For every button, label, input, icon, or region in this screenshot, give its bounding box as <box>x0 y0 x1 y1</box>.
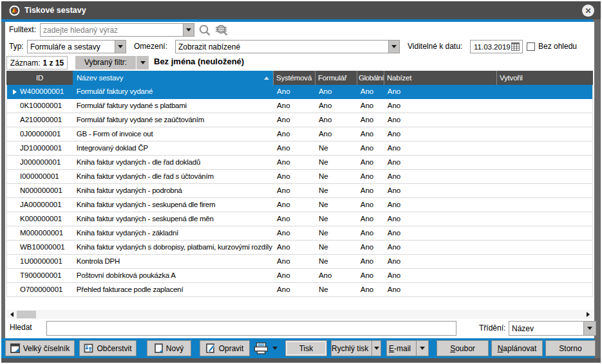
date-field[interactable]: 11.03.2019 <box>470 40 523 53</box>
trideni-combobox[interactable]: Název <box>509 321 596 336</box>
table-row[interactable]: 1U00000001Kontrola DPHAnoNeAnoAno <box>7 255 592 269</box>
hledat-input[interactable] <box>46 321 456 336</box>
vybrany-filtr-dropdown[interactable] <box>136 56 149 69</box>
table-row[interactable]: I000000001Kniha faktur vydaných - dle řa… <box>7 170 592 184</box>
cell-id: O700000001 <box>7 283 73 296</box>
edit-icon <box>206 343 216 353</box>
column-header-systemova[interactable]: Systémová <box>273 71 315 85</box>
omezeni-combobox[interactable]: Zobrazit nabízené <box>175 40 400 53</box>
horizontal-scrollbar[interactable] <box>6 310 593 319</box>
table-row[interactable]: A210000001Formulář faktury vydané se zaú… <box>7 113 592 127</box>
fulltext-dropdown-button[interactable] <box>183 24 194 36</box>
table-row[interactable]: K000000001Kniha faktur vydaných - seskup… <box>7 212 592 226</box>
column-header-globalni[interactable]: Globální <box>357 71 384 85</box>
cell-nazev: Formulář faktury vydané se zaúčtováním <box>73 113 273 127</box>
cell-nabizet: Ano <box>384 184 496 197</box>
naplanovat-button[interactable]: Naplánovat <box>491 340 543 356</box>
email-button[interactable]: E-mail <box>386 340 429 356</box>
typ-combobox[interactable]: Formuláře a sestavy <box>27 40 126 53</box>
search-icon[interactable] <box>198 24 211 37</box>
cell-vytvoril <box>496 170 592 183</box>
cell-globalni: Ano <box>357 113 384 127</box>
cell-globalni: Ano <box>357 85 384 98</box>
omezeni-value: Zobrazit nabízené <box>176 41 388 53</box>
cell-formular: Ne <box>315 156 357 169</box>
scrollbar-thumb[interactable] <box>17 311 36 318</box>
scroll-left-button[interactable] <box>6 310 17 319</box>
cell-systemova: Ano <box>273 255 315 268</box>
vybrany-filtr-button[interactable]: Vybraný filtr: <box>75 56 149 69</box>
cell-nabizet: Ano <box>384 255 496 268</box>
table-row[interactable]: JA00000001Kniha faktur vydaných - seskup… <box>7 198 592 212</box>
cell-id: N000000001 <box>7 184 73 197</box>
cell-vytvoril <box>496 113 592 127</box>
cell-globalni: Ano <box>357 226 384 240</box>
selected-row-marker <box>13 184 20 197</box>
selected-row-marker <box>13 226 20 240</box>
cell-nabizet: Ano <box>384 170 496 183</box>
cell-systemova: Ano <box>273 241 315 254</box>
soubor-button[interactable]: Soubor <box>437 340 489 356</box>
table-row[interactable]: T900000001Poštovní dobírková poukázka AA… <box>7 269 592 283</box>
bottom-toolbar: Velký číselník Občerstvit Nový Opravit <box>1 338 594 358</box>
zaznam-label: Záznam: <box>10 59 41 68</box>
column-header-id[interactable]: ID <box>6 71 73 85</box>
close-button[interactable]: ✕ <box>582 5 594 17</box>
cell-vytvoril <box>496 99 592 113</box>
cell-id: W400000001 <box>7 85 73 98</box>
column-header-nabizet[interactable]: Nabízet <box>384 71 496 85</box>
record-counter: Záznam: 1 z 15 <box>6 56 68 69</box>
bez-ohledu-label: Bez ohledu <box>538 40 577 53</box>
storno-button[interactable]: Storno <box>545 340 596 356</box>
hledat-label: Hledat <box>10 321 32 334</box>
calendar-icon[interactable] <box>511 42 520 51</box>
selected-row-marker <box>13 255 20 268</box>
cell-vytvoril <box>496 198 592 212</box>
column-header-vytvoril[interactable]: Vytvořil <box>496 71 593 85</box>
table-row[interactable]: 0J00000001GB - Form of invoice outAnoAno… <box>7 127 592 141</box>
chevron-down-icon <box>140 61 146 64</box>
tisk-button[interactable]: Tisk <box>285 340 327 356</box>
column-header-formular[interactable]: Formulář <box>315 71 357 85</box>
obcerstvit-button[interactable]: Občerstvit <box>79 340 136 356</box>
table-row[interactable]: W400000001Formulář faktury vydanéAnoAnoA… <box>7 85 592 99</box>
cell-nazev: Kniha faktur vydaných - dle řad dokladů <box>73 156 273 169</box>
rychly-tisk-button[interactable]: Rychlý tisk <box>331 340 381 356</box>
cell-nabizet: Ano <box>384 156 496 169</box>
cell-systemova: Ano <box>273 283 315 296</box>
fulltext-input[interactable] <box>41 24 183 36</box>
cell-nazev: Kniha faktur vydaných - seskupená dle fi… <box>73 198 273 212</box>
cell-globalni: Ano <box>357 170 384 183</box>
email-dropdown[interactable] <box>416 341 428 356</box>
cell-systemova: Ano <box>273 269 315 282</box>
arrow-right-icon <box>587 312 590 317</box>
omezeni-label: Omezení: <box>134 40 167 53</box>
large-list-icon <box>10 343 20 353</box>
cell-systemova: Ano <box>273 156 315 169</box>
table-row[interactable]: J000000001Kniha faktur vydaných - dle řa… <box>7 156 592 170</box>
table-row[interactable]: 0K10000001Formulář faktury vydané s plat… <box>7 99 592 113</box>
table-row[interactable]: N000000001Kniha faktur vydaných - podrob… <box>7 184 592 198</box>
omezeni-dropdown-button[interactable] <box>388 41 399 53</box>
table-row[interactable]: M000000001Kniha faktur vydaných - základ… <box>7 226 592 241</box>
bez-ohledu-checkbox[interactable] <box>527 42 535 51</box>
search-fulltext-icon[interactable] <box>214 24 229 37</box>
cell-globalni: Ano <box>357 99 384 113</box>
table-row[interactable]: JD10000001Integrovaný doklad ČPAnoNeAnoA… <box>7 141 592 156</box>
cell-id: 0K10000001 <box>7 99 73 113</box>
cell-id: K000000001 <box>7 212 73 226</box>
table-row[interactable]: O700000001Přehled fakturace podle zaplac… <box>7 283 592 297</box>
typ-dropdown-button[interactable] <box>115 41 126 53</box>
table-row[interactable]: WB10000001Kniha faktur vydaných s dobrop… <box>7 241 592 255</box>
novy-button[interactable]: Nový <box>147 340 191 356</box>
cell-nazev: Integrovaný doklad ČP <box>73 141 273 155</box>
printer-menu-button[interactable] <box>252 340 279 356</box>
trideni-dropdown-button[interactable] <box>583 322 596 335</box>
cell-nabizet: Ano <box>384 127 496 141</box>
column-header-nazev[interactable]: Název sestavy <box>73 71 273 85</box>
scroll-right-button[interactable] <box>583 310 593 319</box>
opravit-button[interactable]: Opravit <box>200 340 250 356</box>
cell-vytvoril <box>496 255 592 268</box>
velky-ciselnik-button[interactable]: Velký číselník <box>5 340 75 356</box>
rychly-tisk-dropdown[interactable] <box>372 341 381 356</box>
